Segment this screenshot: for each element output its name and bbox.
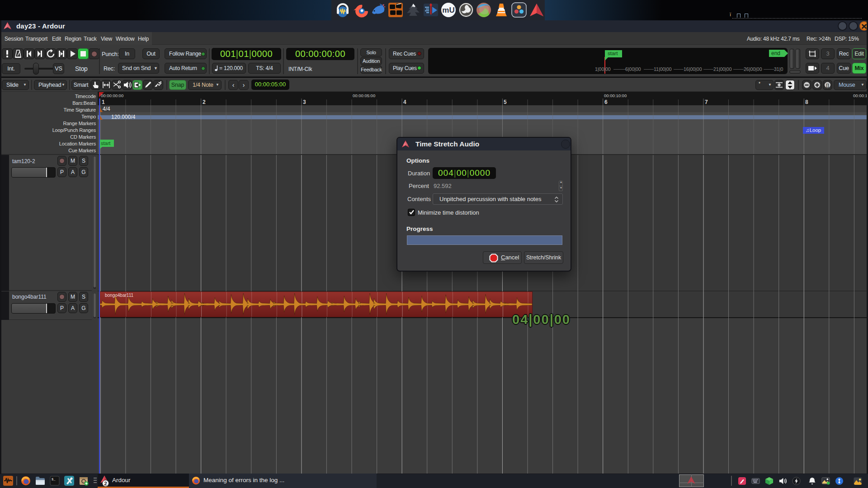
- svg-text:mU: mU: [442, 6, 454, 14]
- svg-text:[]: []: [826, 83, 829, 88]
- svg-text:$_: $_: [52, 478, 56, 481]
